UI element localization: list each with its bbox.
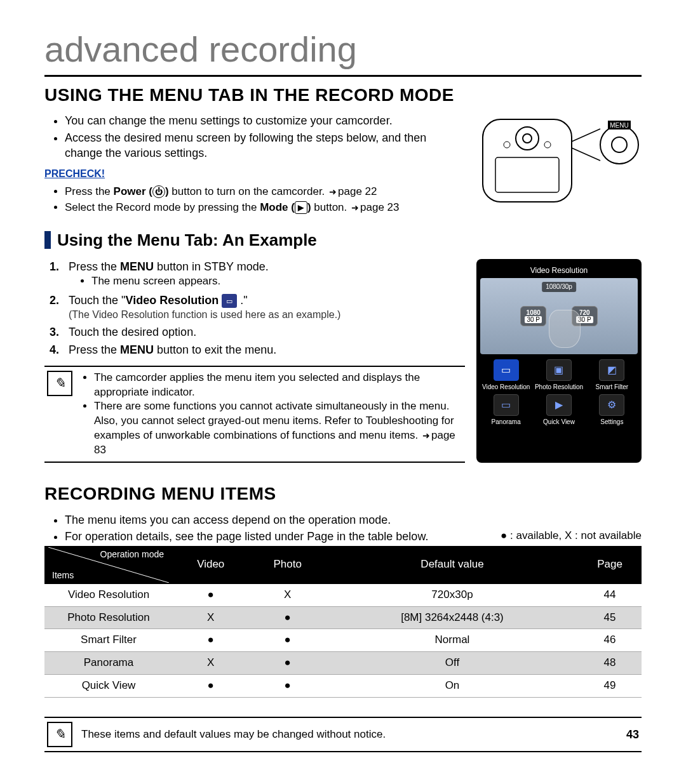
hand-pointer-icon — [549, 310, 581, 348]
text: button to turn on the camcorder. — [169, 185, 328, 197]
arrow-icon — [421, 429, 431, 441]
photo-resolution-icon: ▣ — [546, 359, 572, 381]
table-cell: Normal — [326, 629, 578, 652]
intro-bullet-list: You can change the menu settings to cust… — [44, 113, 465, 161]
text: ." — [237, 294, 247, 307]
text: Touch the desired option. — [69, 324, 196, 340]
text: Video Resolution — [125, 294, 219, 307]
note-box: ✎ The camcorder applies the menu item yo… — [44, 366, 465, 463]
table-cell: [8M] 3264x2448 (4:3) — [326, 606, 578, 629]
table-cell: X — [249, 584, 326, 606]
step-item: 2. Touch the "Video Resolution ▭ ." (The… — [50, 293, 465, 322]
menu-quick-view[interactable]: ▶Quick View — [534, 394, 583, 425]
table-row: Quick View●●On49 — [44, 675, 642, 698]
section-heading-menu-items: RECORDING MENU ITEMS — [44, 482, 642, 506]
menu-photo-resolution[interactable]: ▣Photo Resolution — [534, 359, 583, 390]
table-cell: Smart Filter — [44, 629, 173, 652]
svg-line-6 — [572, 129, 600, 142]
table-row: Smart Filter●●Normal46 — [44, 629, 642, 652]
arrow-icon — [350, 201, 360, 213]
table-row: Video Resolution●X720x30p44 — [44, 584, 642, 606]
table-cell: Off — [326, 652, 578, 675]
rec-bullet: For operation details, see the page list… — [65, 529, 465, 544]
menu-grid: ▭Video Resolution ▣Photo Resolution ◩Sma… — [480, 354, 638, 430]
table-cell: Panorama — [44, 652, 173, 675]
video-resolution-icon: ▭ — [222, 294, 237, 308]
table-cell: 44 — [578, 584, 642, 606]
page-ref: page 22 — [338, 185, 377, 197]
text: button. — [311, 201, 350, 213]
mode-icon: ▶ — [295, 201, 307, 214]
col-header-operation-mode: Operation mode — [100, 548, 164, 561]
precheck-item: Press the Power (⏻) button to turn on th… — [65, 185, 465, 199]
table-cell: ● — [173, 584, 249, 606]
table-cell: 49 — [578, 675, 642, 698]
table-cell: ● — [249, 652, 326, 675]
quick-view-icon: ▶ — [546, 394, 572, 416]
table-cell: ● — [249, 629, 326, 652]
steps-list: 1. Press the MENU button in STBY mode. T… — [44, 259, 465, 358]
col-header: Video — [173, 546, 249, 584]
step-item: 1. Press the MENU button in STBY mode. T… — [50, 259, 465, 290]
step-note: (The Video Resolution function is used h… — [69, 308, 340, 322]
text: button to exit the menu. — [154, 343, 276, 356]
text: Select the Record mode by pressing the — [65, 201, 260, 213]
text: Touch the " — [69, 294, 125, 307]
table-cell: ● — [249, 606, 326, 629]
menu-items-table: Operation mode Items Video Photo Default… — [44, 546, 642, 698]
table-cell: 720x30p — [326, 584, 578, 606]
section-heading-menu-tab: USING THE MENU TAB IN THE RECORD MODE — [44, 83, 642, 107]
precheck-list: Press the Power (⏻) button to turn on th… — [44, 185, 465, 215]
sub-step: The menu screen appears. — [91, 274, 269, 289]
table-header-diagonal: Operation mode Items — [48, 547, 169, 583]
precheck-item: Select the Record mode by pressing the M… — [65, 201, 465, 215]
page-number: 43 — [616, 727, 639, 742]
power-icon: ⏻ — [152, 185, 165, 198]
note-item: The camcorder applies the menu item you … — [94, 371, 461, 400]
table-cell: 46 — [578, 629, 642, 652]
svg-line-7 — [572, 148, 600, 161]
precheck-label: PRECHECK! — [44, 167, 465, 181]
page-ref: page 23 — [360, 201, 399, 213]
rec-bullet: The menu items you can access depend on … — [65, 512, 465, 528]
table-cell: ● — [249, 675, 326, 698]
chapter-title: advanced recording — [44, 25, 642, 77]
screen-title: Video Resolution — [480, 263, 638, 278]
table-row: Photo ResolutionX●[8M] 3264x2448 (4:3)45 — [44, 606, 642, 629]
footer-note: These items and default values may be ch… — [81, 728, 607, 742]
table-cell: Photo Resolution — [44, 606, 173, 629]
table-cell: X — [173, 652, 249, 675]
menu-panorama[interactable]: ▭Panorama — [481, 394, 530, 425]
page-footer: ✎ These items and default values may be … — [44, 717, 642, 752]
menu-smart-filter[interactable]: ◩Smart Filter — [588, 359, 636, 390]
menu-video-resolution[interactable]: ▭Video Resolution — [481, 359, 530, 390]
table-cell: On — [326, 675, 578, 698]
video-resolution-icon: ▭ — [494, 359, 519, 381]
text: MENU — [120, 260, 154, 273]
arrow-icon — [328, 185, 338, 197]
panorama-icon: ▭ — [494, 394, 519, 416]
note-icon: ✎ — [47, 722, 72, 747]
table-row: PanoramaX●Off48 — [44, 652, 642, 675]
menu-callout-label: MENU — [610, 122, 628, 129]
menu-settings[interactable]: ⚙Settings — [588, 394, 636, 425]
col-header: Photo — [249, 546, 326, 584]
note-icon: ✎ — [47, 371, 72, 396]
camcorder-illustration: MENU — [476, 113, 642, 216]
table-cell: X — [173, 606, 249, 629]
text: Mode ( — [260, 201, 295, 213]
table-cell: 45 — [578, 606, 642, 629]
resolution-option-1080[interactable]: 108030 P — [520, 306, 546, 326]
device-screenshot: Video Resolution 1080/30p 108030 P 72030… — [476, 259, 642, 463]
resolution-badge: 1080/30p — [542, 282, 576, 292]
col-header: Default value — [326, 546, 578, 584]
svg-point-9 — [612, 137, 627, 152]
svg-rect-5 — [495, 157, 559, 192]
step-item: 3.Touch the desired option. — [50, 324, 465, 340]
text: MENU — [120, 343, 154, 356]
row-header-items: Items — [52, 569, 74, 581]
smart-filter-icon: ◩ — [599, 359, 624, 381]
text: button in STBY mode. — [154, 260, 269, 273]
subheading-example: Using the Menu Tab: An Example — [44, 229, 642, 251]
table-cell: 48 — [578, 652, 642, 675]
